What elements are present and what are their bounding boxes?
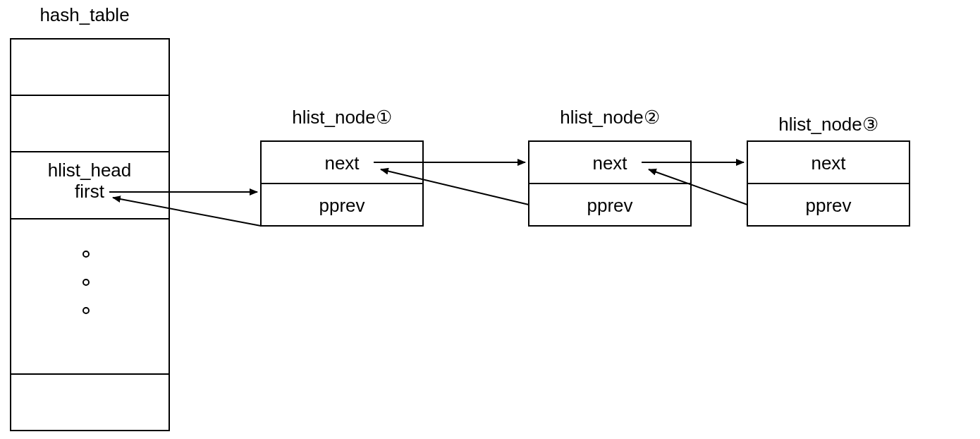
- hlist-head-label: hlist_head: [48, 160, 132, 181]
- ellipsis-dot: [83, 308, 89, 313]
- hash-table-title: hash_table: [39, 4, 129, 25]
- hlist-node-3-pprev: pprev: [805, 195, 851, 216]
- svg-rect-0: [11, 39, 169, 431]
- hlist-node-3-next: next: [811, 152, 846, 174]
- hlist-head-first-label: first: [75, 181, 105, 202]
- hlist-node-2-next: next: [592, 152, 627, 174]
- ellipsis-dot: [83, 251, 89, 257]
- hlist-node-2: hlist_node② next pprev: [529, 107, 691, 226]
- hlist-node-1: hlist_node① next pprev: [261, 107, 423, 226]
- hlist-node-3-title: hlist_node③: [778, 114, 878, 135]
- hlist-node-1-title: hlist_node①: [292, 107, 392, 128]
- ellipsis-dot: [83, 279, 89, 285]
- hash-table: [11, 39, 169, 431]
- arrow-node3-pprev-to-node2-next: [649, 169, 747, 205]
- hlist-node-2-pprev: pprev: [587, 195, 632, 216]
- hlist-node-3: hlist_node③ next pprev: [747, 114, 909, 226]
- arrow-node1-pprev-to-first: [113, 198, 261, 226]
- hlist-node-2-title: hlist_node②: [560, 107, 660, 128]
- hlist-node-1-pprev: pprev: [319, 195, 365, 216]
- arrow-node2-pprev-to-node1-next: [381, 169, 529, 205]
- hlist-node-1-next: next: [324, 152, 360, 174]
